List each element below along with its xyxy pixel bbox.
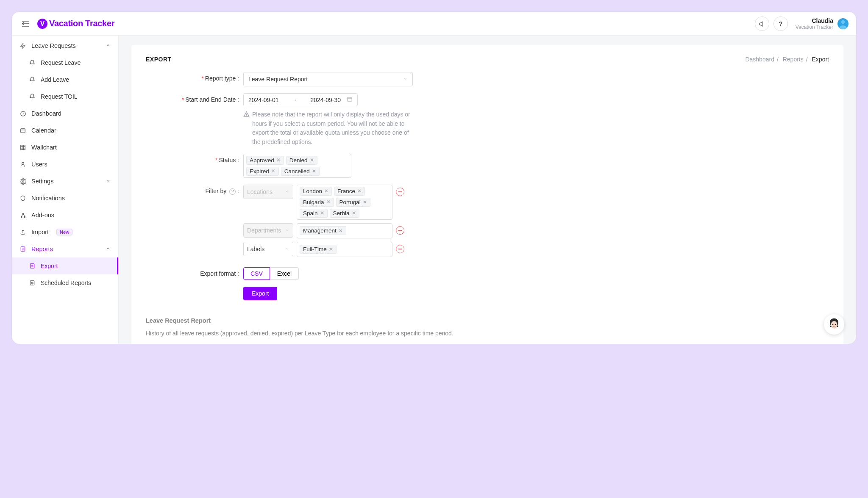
filter-tag: Spain✕ bbox=[300, 209, 328, 218]
export-button[interactable]: Export bbox=[243, 287, 277, 300]
help-icon[interactable]: ? bbox=[229, 188, 236, 195]
status-tag: Approved✕ bbox=[246, 156, 284, 165]
puzzle-icon bbox=[19, 212, 26, 219]
filter-tag: Portugal✕ bbox=[336, 198, 370, 207]
chevron-up-icon bbox=[106, 42, 111, 49]
svg-line-23 bbox=[21, 214, 22, 216]
remove-tag-icon[interactable]: ✕ bbox=[320, 210, 324, 216]
remove-tag-icon[interactable]: ✕ bbox=[324, 188, 328, 194]
remove-tag-icon[interactable]: ✕ bbox=[326, 199, 331, 205]
support-chat-button[interactable] bbox=[824, 314, 844, 335]
date-range-picker[interactable]: 2024-09-01 → 2024-09-30 bbox=[243, 93, 358, 106]
remove-tag-icon[interactable]: ✕ bbox=[310, 157, 314, 163]
start-date: 2024-09-01 bbox=[248, 97, 279, 103]
nav-notifications[interactable]: Notifications bbox=[12, 190, 118, 207]
user-name: Claudia bbox=[796, 17, 833, 24]
remove-tag-icon[interactable]: ✕ bbox=[329, 246, 333, 252]
nav-dashboard[interactable]: Dashboard bbox=[12, 105, 118, 122]
chevron-down-icon bbox=[403, 76, 408, 83]
label-status: *Status : bbox=[146, 154, 243, 178]
export-format-group: CSVExcel bbox=[243, 267, 464, 280]
gear-icon bbox=[19, 178, 26, 185]
minus-icon bbox=[398, 228, 402, 232]
grid-icon bbox=[19, 144, 26, 151]
filter-type-select: Locations bbox=[243, 185, 293, 199]
sidebar-toggle[interactable] bbox=[19, 18, 31, 30]
svg-rect-37 bbox=[348, 97, 352, 101]
nav-wallchart[interactable]: Wallchart bbox=[12, 139, 118, 156]
filter-type-select[interactable]: Labels bbox=[243, 242, 293, 256]
nav-request-leave[interactable]: Request Leave bbox=[12, 54, 118, 71]
breadcrumb: Dashboard/ Reports/ Export bbox=[745, 56, 829, 63]
date-range-note: Please note that the report will only di… bbox=[243, 110, 413, 147]
filter-row: LabelsFull-Time✕ bbox=[243, 242, 404, 257]
help-button[interactable]: ? bbox=[773, 17, 788, 31]
filter-row: DepartmentsManagement✕ bbox=[243, 223, 404, 238]
remove-tag-icon[interactable]: ✕ bbox=[357, 188, 362, 194]
info-section-title: Leave Request Report bbox=[146, 317, 829, 324]
remove-tag-icon[interactable]: ✕ bbox=[312, 168, 316, 174]
remove-tag-icon[interactable]: ✕ bbox=[352, 210, 356, 216]
announcements-button[interactable] bbox=[755, 17, 769, 31]
nav-request-toil[interactable]: Request TOIL bbox=[12, 88, 118, 105]
remove-tag-icon[interactable]: ✕ bbox=[339, 228, 343, 234]
nav-reports[interactable]: Reports bbox=[12, 241, 118, 257]
export-icon bbox=[29, 263, 36, 269]
nav-leave-requests[interactable]: Leave Requests bbox=[12, 37, 118, 54]
chevron-down-icon bbox=[285, 246, 289, 252]
user-icon bbox=[19, 161, 26, 168]
nav-calendar[interactable]: Calendar bbox=[12, 122, 118, 139]
user-menu[interactable]: Claudia Vacation Tracker bbox=[796, 17, 849, 30]
svg-line-36 bbox=[32, 283, 33, 284]
bell-icon bbox=[29, 59, 36, 66]
nav-import[interactable]: Import New bbox=[12, 224, 118, 241]
remove-tag-icon[interactable]: ✕ bbox=[276, 157, 281, 163]
filter-tag: France✕ bbox=[334, 187, 365, 196]
nav-users[interactable]: Users bbox=[12, 156, 118, 173]
status-select[interactable]: Approved✕Denied✕Expired✕Cancelled✕ bbox=[243, 154, 351, 178]
report-type-select[interactable]: Leave Request Report bbox=[243, 72, 413, 86]
minus-icon bbox=[398, 247, 402, 251]
filter-tag: Full-Time✕ bbox=[300, 245, 337, 254]
svg-point-40 bbox=[246, 116, 247, 116]
export-card: EXPORT Dashboard/ Reports/ Export *Repor… bbox=[131, 45, 843, 344]
minus-icon bbox=[398, 190, 402, 194]
breadcrumb-reports[interactable]: Reports bbox=[783, 56, 804, 63]
remove-filter-button[interactable] bbox=[396, 245, 404, 253]
nav-export[interactable]: Export bbox=[12, 257, 118, 274]
app-frame: V Vacation Tracker ? Claudia Vacation Tr… bbox=[12, 12, 856, 344]
breadcrumb-dashboard[interactable]: Dashboard bbox=[745, 56, 774, 63]
remove-filter-button[interactable] bbox=[396, 188, 404, 196]
avatar bbox=[837, 18, 849, 29]
chevron-down-icon bbox=[285, 188, 289, 195]
format-option-csv[interactable]: CSV bbox=[243, 267, 270, 280]
label-filter-by: Filter by ? : bbox=[146, 185, 243, 260]
svg-line-24 bbox=[23, 214, 25, 216]
question-icon: ? bbox=[779, 20, 782, 27]
user-org: Vacation Tracker bbox=[796, 24, 833, 30]
nav-scheduled-reports[interactable]: Scheduled Reports bbox=[12, 274, 118, 291]
format-option-excel[interactable]: Excel bbox=[270, 267, 299, 280]
schedule-icon bbox=[29, 279, 36, 286]
new-badge: New bbox=[56, 229, 72, 235]
nav-add-leave[interactable]: Add Leave bbox=[12, 71, 118, 88]
nav-addons[interactable]: Add-ons bbox=[12, 207, 118, 224]
remove-tag-icon[interactable]: ✕ bbox=[271, 168, 275, 174]
svg-point-22 bbox=[22, 213, 24, 214]
svg-point-47 bbox=[835, 324, 836, 325]
status-tag: Cancelled✕ bbox=[281, 167, 320, 176]
warning-icon bbox=[243, 111, 250, 147]
remove-filter-button[interactable] bbox=[396, 226, 404, 235]
nav-settings[interactable]: Settings bbox=[12, 173, 118, 190]
main-content: EXPORT Dashboard/ Reports/ Export *Repor… bbox=[119, 36, 856, 344]
chevron-down-icon bbox=[106, 178, 111, 185]
svg-point-21 bbox=[24, 216, 25, 218]
megaphone-icon bbox=[759, 20, 765, 27]
svg-point-20 bbox=[21, 216, 22, 218]
filter-values-select[interactable]: London✕France✕Bulgaria✕Portugal✕Spain✕Se… bbox=[297, 185, 392, 220]
logo[interactable]: V Vacation Tracker bbox=[37, 19, 114, 29]
filter-values-select[interactable]: Management✕ bbox=[297, 223, 392, 238]
filter-tag: Management✕ bbox=[300, 226, 346, 235]
remove-tag-icon[interactable]: ✕ bbox=[363, 199, 367, 205]
filter-values-select[interactable]: Full-Time✕ bbox=[297, 242, 392, 257]
